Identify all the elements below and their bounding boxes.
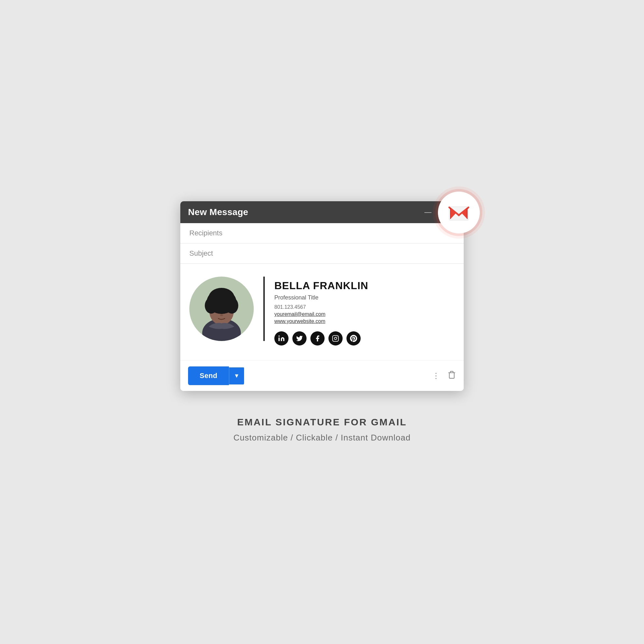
svg-point-9 [209,288,234,307]
signature-email[interactable]: youremail@email.com [274,311,368,317]
svg-point-10 [216,310,219,313]
title-bar: New Message — ⤢ ✕ [180,201,464,223]
instagram-icon[interactable] [328,331,343,346]
compose-footer: Send ▼ ⋮ [180,360,464,391]
minimize-button[interactable]: — [424,209,431,216]
more-options-icon[interactable]: ⋮ [432,371,440,380]
subject-label: Subject [189,249,213,257]
twitter-icon[interactable] [292,331,307,346]
send-button-group: Send ▼ [188,366,244,385]
window-title: New Message [188,207,248,217]
signature-phone: 801.123.4567 [274,304,368,310]
linkedin-icon[interactable] [274,331,289,346]
signature-card: BELLA FRANKLIN Professional Title 801.12… [189,277,455,346]
compose-body: Recipients Subject [180,223,464,391]
signature-info: BELLA FRANKLIN Professional Title 801.12… [274,277,368,346]
bottom-title: EMAIL SIGNATURE FOR GMAIL [233,417,411,428]
social-icons-row [274,331,368,346]
signature-website[interactable]: www.yourwebsite.com [274,318,368,324]
send-dropdown-button[interactable]: ▼ [229,367,244,384]
gmail-compose-window: New Message — ⤢ ✕ Recipients Subject [180,201,464,391]
recipients-field[interactable]: Recipients [180,223,464,243]
facebook-icon[interactable] [310,331,325,346]
subject-field[interactable]: Subject [180,243,464,264]
pinterest-icon[interactable] [346,331,361,346]
signature-area: BELLA FRANKLIN Professional Title 801.12… [180,264,464,360]
vertical-divider [263,277,265,341]
send-button[interactable]: Send [188,366,229,385]
page-wrapper: New Message — ⤢ ✕ Recipients Subject [0,201,644,443]
signature-title: Professional Title [274,294,368,301]
svg-point-14 [279,336,280,337]
signature-name: BELLA FRANKLIN [274,280,368,292]
bottom-subtitle: Customizable / Clickable / Instant Downl… [233,433,411,443]
gmail-badge [438,192,480,233]
footer-icons: ⋮ [432,371,456,381]
avatar [189,277,254,341]
svg-point-11 [224,310,227,313]
svg-rect-13 [279,337,280,341]
bottom-label: EMAIL SIGNATURE FOR GMAIL Customizable /… [233,417,411,443]
svg-point-12 [220,314,223,316]
trash-icon[interactable] [448,371,456,381]
recipients-label: Recipients [189,229,223,237]
svg-rect-15 [333,336,338,341]
